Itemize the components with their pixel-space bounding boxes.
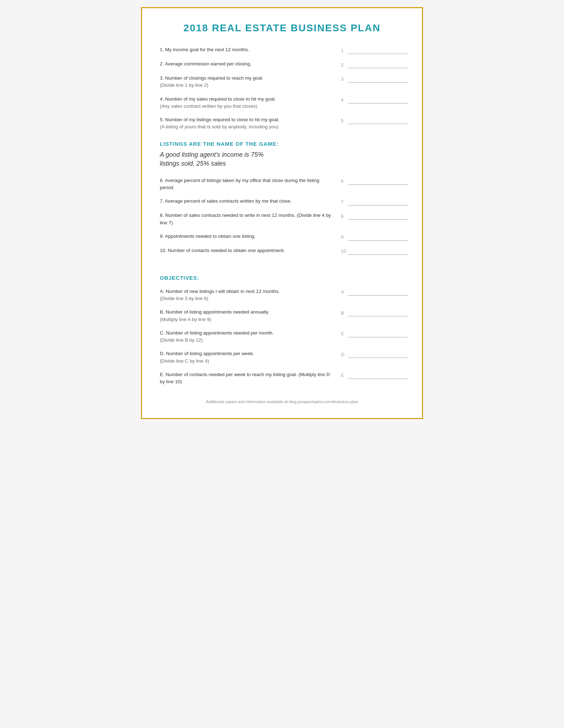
- form-label: C. Number of listing appointments needed…: [160, 330, 334, 344]
- form-input-area: 10: [341, 247, 408, 255]
- line-number: 4: [341, 97, 346, 102]
- line-number: B: [341, 310, 346, 316]
- form-row: 8. Number of sales contracts needed to w…: [160, 212, 404, 226]
- input-line-5[interactable]: [348, 117, 408, 124]
- label-main: 5. Number of my listings required to clo…: [160, 117, 279, 122]
- form-input-area: 5: [341, 116, 408, 124]
- listings-heading: LISTINGS ARE THE NAME OF THE GAME:: [160, 141, 404, 147]
- form-input-area: C: [341, 330, 408, 337]
- line-number: A: [341, 289, 346, 295]
- form-row: E. Number of contacts needed per week to…: [160, 371, 404, 386]
- objectives-group: A. Number of new listings I will obtain …: [160, 288, 404, 386]
- input-line-e[interactable]: [348, 372, 408, 379]
- input-line-10[interactable]: [348, 248, 408, 255]
- line-number: D: [341, 352, 346, 357]
- form-row: 2. Average commission earned per closing…: [160, 60, 404, 68]
- line-number: 7: [341, 199, 346, 205]
- form-input-area: 3: [341, 75, 408, 82]
- form-label: 6. Average percent of listings taken by …: [160, 177, 334, 192]
- form-row: B. Number of listing appointments needed…: [160, 309, 404, 323]
- line-number: 6: [341, 178, 346, 184]
- questions-group-1: 1. My income goal for the next 12 months…: [160, 46, 404, 131]
- input-line-1[interactable]: [348, 47, 408, 54]
- form-row: 7. Average percent of sales contracts wr…: [160, 198, 404, 205]
- line-number: 5: [341, 118, 346, 123]
- form-row: C. Number of listing appointments needed…: [160, 330, 404, 344]
- line-number: 1: [341, 48, 346, 53]
- form-row: 9. Appointments needed to obtain one lis…: [160, 233, 404, 241]
- form-label: 9. Appointments needed to obtain one lis…: [160, 233, 334, 240]
- label-main: A. Number of new listings I will obtain …: [160, 289, 280, 294]
- form-input-area: 1: [341, 46, 408, 54]
- label-main: D. Number of listing appointments per we…: [160, 351, 254, 356]
- input-line-d[interactable]: [348, 351, 408, 358]
- page-title: 2018 REAL ESTATE BUSINESS PLAN: [160, 22, 404, 34]
- form-label: 3. Number of closings required to reach …: [160, 75, 334, 89]
- questions-group-2: 6. Average percent of listings taken by …: [160, 177, 404, 255]
- form-row: 10. Number of contacts needed to obtain …: [160, 247, 404, 255]
- label-sub: (Divide line C by line 4): [160, 358, 209, 364]
- form-label: 1. My income goal for the next 12 months…: [160, 46, 334, 53]
- form-input-area: 2: [341, 60, 408, 68]
- label-sub: (Divide line B by 12): [160, 337, 203, 343]
- form-label: 7. Average percent of sales contracts wr…: [160, 198, 334, 205]
- form-input-area: 4: [341, 96, 408, 103]
- form-label: 5. Number of my listings required to clo…: [160, 116, 334, 131]
- form-row: 3. Number of closings required to reach …: [160, 75, 404, 89]
- label-sub: (Any sales contract written by you that …: [160, 103, 257, 109]
- input-line-b[interactable]: [348, 309, 408, 316]
- form-input-area: 9: [341, 233, 408, 241]
- input-line-3[interactable]: [348, 75, 408, 82]
- form-input-area: 7: [341, 198, 408, 205]
- line-number: E: [341, 373, 346, 378]
- form-label: E. Number of contacts needed per week to…: [160, 371, 334, 386]
- page-container: 2018 REAL ESTATE BUSINESS PLAN 1. My inc…: [141, 7, 423, 419]
- line-number: 9: [341, 234, 346, 240]
- form-label: B. Number of listing appointments needed…: [160, 309, 334, 323]
- line-number: 2: [341, 62, 346, 68]
- form-input-area: A: [341, 288, 408, 296]
- input-line-c[interactable]: [348, 330, 408, 337]
- listings-section: LISTINGS ARE THE NAME OF THE GAME: A goo…: [160, 141, 404, 168]
- line-number: 8: [341, 214, 346, 219]
- form-label: 10. Number of contacts needed to obtain …: [160, 247, 334, 254]
- input-line-6[interactable]: [348, 178, 408, 185]
- label-main: 4. Number of my sales required to close …: [160, 96, 276, 102]
- form-row: A. Number of new listings I will obtain …: [160, 288, 404, 303]
- input-line-4[interactable]: [348, 96, 408, 103]
- footer: Additional copies and information availa…: [160, 400, 404, 404]
- form-input-area: 6: [341, 177, 408, 185]
- form-row: 1. My income goal for the next 12 months…: [160, 46, 404, 54]
- form-label: 8. Number of sales contracts needed to w…: [160, 212, 334, 226]
- label-main: 3. Number of closings required to reach …: [160, 75, 263, 81]
- input-line-7[interactable]: [348, 198, 408, 205]
- label-main: B. Number of listing appointments needed…: [160, 309, 269, 315]
- form-input-area: B: [341, 309, 408, 316]
- listings-italic: A good listing agent’s income is 75% lis…: [160, 150, 404, 168]
- form-row: 4. Number of my sales required to close …: [160, 96, 404, 110]
- objectives-heading: OBJECTIVES:: [160, 275, 404, 281]
- input-line-a[interactable]: [348, 289, 408, 296]
- input-line-2[interactable]: [348, 61, 408, 68]
- form-row: 5. Number of my listings required to clo…: [160, 116, 404, 131]
- form-input-area: 8: [341, 212, 408, 220]
- form-input-area: D: [341, 350, 408, 358]
- form-label: D. Number of listing appointments per we…: [160, 350, 334, 365]
- label-sub: (Divide line 5 by line 6): [160, 296, 208, 301]
- input-line-8[interactable]: [348, 213, 408, 220]
- objectives-section: OBJECTIVES:: [160, 275, 404, 281]
- label-sub: (Divide line 1 by line 2): [160, 82, 208, 88]
- form-label: 2. Average commission earned per closing…: [160, 60, 334, 68]
- input-line-9[interactable]: [348, 234, 408, 241]
- line-number: 10: [341, 248, 346, 254]
- label-sub: (Multiply line A by line 9): [160, 317, 211, 322]
- label-main: C. Number of listing appointments needed…: [160, 330, 273, 336]
- form-label: 4. Number of my sales required to close …: [160, 96, 334, 110]
- form-label: A. Number of new listings I will obtain …: [160, 288, 334, 303]
- form-row: 6. Average percent of listings taken by …: [160, 177, 404, 192]
- form-input-area: E: [341, 371, 408, 379]
- label-sub: (A listing of yours that is sold by anyb…: [160, 124, 278, 129]
- line-number: C: [341, 331, 346, 336]
- form-row: D. Number of listing appointments per we…: [160, 350, 404, 365]
- line-number: 3: [341, 76, 346, 82]
